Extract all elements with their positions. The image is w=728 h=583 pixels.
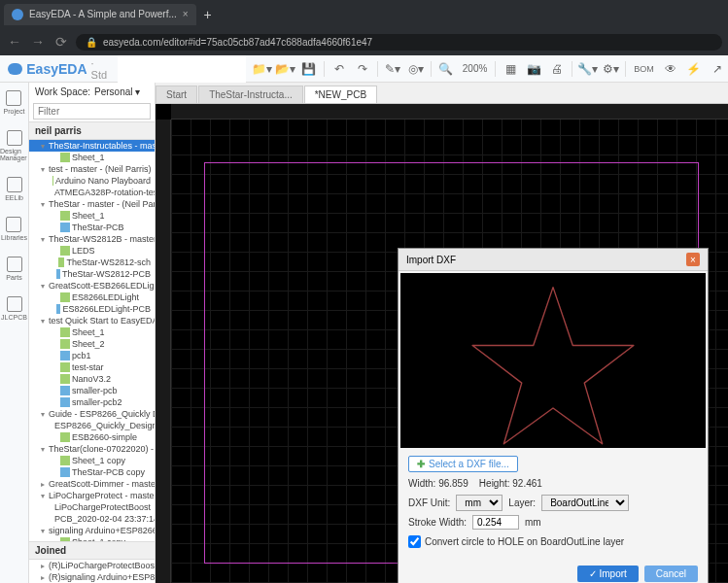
- rail-jlcpcb[interactable]: JLCPCB: [1, 292, 27, 325]
- tab-start[interactable]: Start: [156, 86, 197, 103]
- stroke-input[interactable]: [472, 515, 519, 530]
- tree-item-label: Sheet_2: [72, 339, 105, 349]
- tree-item[interactable]: ▾TheStar - master - (Neil Parris): [29, 198, 155, 210]
- tree-item[interactable]: ESP8266_Quickly_Design: [29, 420, 155, 431]
- dimensions-row: Width: 96.859 Height: 92.461: [408, 478, 698, 489]
- tree-header-user[interactable]: neil parris: [29, 121, 155, 140]
- tree-item[interactable]: ▾TheStar(clone-07022020) - master: [29, 443, 155, 455]
- plus-icon: ✚: [417, 459, 425, 469]
- project-tree: ▾TheStar-Instructables - master - (NShee…: [29, 140, 155, 541]
- tree-item[interactable]: Sheet_1: [29, 210, 155, 222]
- rail-parts[interactable]: Parts: [6, 253, 21, 285]
- logo[interactable]: EasyEDA · Std: [8, 57, 110, 81]
- tool-7[interactable]: ⚡: [683, 59, 705, 79]
- workspace-selector[interactable]: Work Space: Personal ▾: [29, 83, 155, 101]
- rail-project[interactable]: Project: [4, 86, 25, 119]
- url-bar[interactable]: 🔒 easyeda.com/editor#id=75ac05cb87ad47c6…: [76, 34, 722, 51]
- tree-item[interactable]: ▾TheStar-WS2812B - master - (Neil: [29, 233, 155, 245]
- tool-3[interactable]: 🖨: [546, 59, 568, 79]
- bom-button[interactable]: BOM: [630, 64, 658, 74]
- layer-select[interactable]: BoardOutLine: [541, 495, 629, 511]
- tool-6[interactable]: 👁: [660, 59, 681, 79]
- dialog-titlebar[interactable]: Import DXF ×: [399, 249, 708, 271]
- rail-design-manager[interactable]: Design Manager: [0, 126, 28, 165]
- cloud-icon: [8, 63, 22, 75]
- tree-item-label: Sheet_1: [72, 211, 105, 221]
- select-dxf-button[interactable]: ✚ Select a DXF file...: [408, 456, 518, 472]
- pcb-canvas[interactable]: Import DXF × ✚ Select a DXF file...: [156, 104, 728, 583]
- tree-item[interactable]: LEDS: [29, 245, 155, 257]
- tree-item[interactable]: ▸(R)signaling Arduino+ESP8266+SI: [29, 571, 155, 583]
- sch-icon: [60, 246, 70, 256]
- tree-item[interactable]: ▾signaling Arduino+ESP8266+SIM8: [29, 525, 155, 536]
- convert-row: Convert circle to HOLE on BoardOutLine l…: [408, 535, 698, 548]
- open-menu[interactable]: 📂▾: [275, 59, 296, 79]
- tree-item-label: TheStar-WS2812-PCB: [62, 269, 151, 279]
- tree-item[interactable]: smaller-pcb: [29, 385, 155, 396]
- file-menu[interactable]: 📁▾: [252, 59, 273, 79]
- tree-item-label: GreatScott-Dimmer - master - (Nei: [49, 479, 155, 489]
- tree-item[interactable]: Sheet_2: [29, 338, 155, 350]
- tool-1[interactable]: ▦: [500, 59, 521, 79]
- tree-item[interactable]: test-star: [29, 361, 155, 373]
- tree-item[interactable]: TheStar-WS2812-PCB: [29, 268, 155, 280]
- tree-item[interactable]: ▾GreatScott-ESB266LEDLight - mas: [29, 280, 155, 292]
- tree-item[interactable]: ESB2660-simple: [29, 431, 155, 443]
- tree-item[interactable]: PCB_2020-02-04 23:37:14: [29, 513, 155, 525]
- unit-select[interactable]: mm: [456, 495, 503, 511]
- tree-item[interactable]: ▾test Quick Start to EasyEDA - (Ne: [29, 315, 155, 326]
- rail-eelib[interactable]: EELib: [5, 173, 23, 205]
- tree-item[interactable]: smaller-pcb2: [29, 396, 155, 408]
- zoom-value[interactable]: 200%: [459, 63, 492, 74]
- tree-item[interactable]: ES8266LEDLight-PCB: [29, 303, 155, 315]
- redo-button[interactable]: ↷: [352, 59, 373, 79]
- tab-close-icon[interactable]: ×: [183, 9, 189, 19]
- tree-item-label: PCB_2020-02-04 23:37:14: [54, 514, 155, 524]
- tree-item[interactable]: Sheet_1: [29, 326, 155, 338]
- reload-button[interactable]: ⟳: [52, 34, 70, 50]
- back-button[interactable]: ←: [6, 34, 23, 50]
- tree-item[interactable]: ▾TheStar-Instructables - master - (N: [29, 140, 155, 152]
- tree-item[interactable]: ▾LiPoChargeProtect - master - (Neil: [29, 490, 155, 501]
- place-menu[interactable]: ◎▾: [405, 59, 427, 79]
- tree-item[interactable]: TheStar-PCB: [29, 222, 155, 233]
- tool-8[interactable]: ↗: [707, 59, 728, 79]
- forward-button[interactable]: →: [29, 34, 47, 50]
- tree-item[interactable]: ▸(R)LiPoChargeProtectBoost copy -: [29, 560, 155, 571]
- tree-item[interactable]: Sheet_1 copy: [29, 455, 155, 466]
- tree-item[interactable]: ▸GreatScott-Dimmer - master - (Nei: [29, 478, 155, 490]
- tab-thestar[interactable]: TheStar-Instructa...: [198, 86, 303, 103]
- tree-item[interactable]: NanoV3.2: [29, 373, 155, 385]
- rail-libraries[interactable]: Libraries: [1, 213, 27, 245]
- tree-item[interactable]: ATMEGA328P-rotation-test: [29, 187, 155, 198]
- filter-input[interactable]: [33, 103, 151, 120]
- tool-2[interactable]: 📷: [523, 59, 544, 79]
- browser-tab[interactable]: EasyEDA - A Simple and Powerf... ×: [4, 4, 196, 25]
- tree-item[interactable]: ▾test - master - (Neil Parris): [29, 163, 155, 175]
- undo-button[interactable]: ↶: [329, 59, 350, 79]
- tool-5[interactable]: ⚙▾: [600, 59, 621, 79]
- tree-item[interactable]: Arduino Nano Playboard: [29, 175, 155, 187]
- tab-new-pcb[interactable]: *NEW_PCB: [304, 86, 377, 103]
- browser-toolbar: ← → ⟳ 🔒 easyeda.com/editor#id=75ac05cb87…: [0, 28, 728, 55]
- tree-item[interactable]: pcb1: [29, 350, 155, 361]
- zoom-icon[interactable]: 🔍: [435, 59, 457, 79]
- tree-item[interactable]: TheStar-WS2812-sch: [29, 257, 155, 268]
- tree-item[interactable]: LiPoChargeProtectBoost: [29, 501, 155, 513]
- tree-item-label: TheStar(clone-07022020) - master: [49, 444, 155, 454]
- tree-item-label: TheStar-PCB copy: [72, 467, 145, 477]
- url-text: easyeda.com/editor#id=75ac05cb87ad47c688…: [103, 37, 372, 48]
- tree-item[interactable]: ▾Guide - ESP8266_Quickly Design: [29, 408, 155, 420]
- cancel-button[interactable]: Cancel: [644, 566, 698, 582]
- save-button[interactable]: 💾: [298, 59, 320, 79]
- tree-header-joined[interactable]: Joined: [29, 541, 155, 560]
- import-button[interactable]: ✓ Import: [577, 566, 639, 582]
- tool-4[interactable]: 🔧▾: [576, 59, 598, 79]
- new-tab-button[interactable]: +: [204, 7, 212, 22]
- convert-checkbox[interactable]: [408, 535, 421, 548]
- tree-item[interactable]: TheStar-PCB copy: [29, 466, 155, 478]
- tree-item[interactable]: ES8266LEDLight: [29, 292, 155, 303]
- dialog-close-button[interactable]: ×: [686, 253, 700, 266]
- edit-menu[interactable]: ✎▾: [382, 59, 403, 79]
- tree-item[interactable]: Sheet_1: [29, 152, 155, 163]
